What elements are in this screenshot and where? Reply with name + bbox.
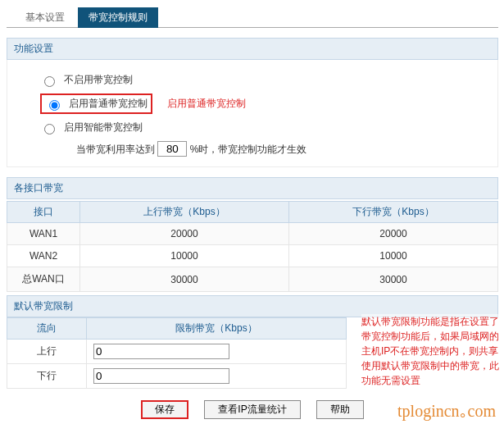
table-row: 上行 (7, 340, 347, 364)
radio-disable[interactable] (44, 76, 55, 87)
col-direction: 流向 (7, 318, 87, 340)
label-enable-normal: 启用普通带宽控制 (69, 98, 148, 109)
ports-table: 接口 上行带宽（Kbps） 下行带宽（Kbps） WAN1 20000 2000… (7, 201, 498, 292)
table-row: 总WAN口 30000 30000 (7, 267, 498, 292)
threshold-input[interactable] (157, 141, 187, 157)
col-down: 下行带宽（Kbps） (289, 202, 498, 223)
limit-up-input[interactable] (93, 344, 229, 359)
col-up: 上行带宽（Kbps） (80, 202, 289, 223)
label-disable: 不启用带宽控制 (64, 74, 133, 85)
section-title-func: 功能设置 (7, 38, 498, 60)
col-limit: 限制带宽（Kbps） (87, 318, 347, 340)
threshold-prefix: 当带宽利用率达到 (76, 144, 155, 155)
view-ip-stats-button[interactable]: 查看IP流量统计 (204, 400, 300, 419)
table-row: WAN2 10000 10000 (7, 245, 498, 267)
col-if: 接口 (7, 202, 80, 223)
table-row: 下行 (7, 364, 347, 389)
label-enable-smart: 启用智能带宽控制 (64, 121, 143, 133)
radio-enable-smart[interactable] (44, 124, 55, 134)
default-limit-note: 默认带宽限制功能是指在设置了带宽控制功能后，如果局域网的主机IP不在带宽控制内，… (361, 314, 501, 388)
note-enable-normal: 启用普通带宽控制 (167, 98, 246, 109)
tab-bandwidth-rules[interactable]: 带宽控制规则 (78, 7, 158, 28)
section-title-ports: 各接口带宽 (7, 177, 498, 199)
limit-down-input[interactable] (93, 368, 229, 384)
default-limit-table: 流向 限制带宽（Kbps） 上行 下行 (7, 317, 347, 389)
watermark: tplogincn｡com (397, 402, 496, 421)
radio-enable-normal[interactable] (49, 100, 60, 111)
tab-basic[interactable]: 基本设置 (15, 7, 75, 28)
threshold-suffix: %时，带宽控制功能才生效 (190, 144, 307, 155)
save-button[interactable]: 保存 (141, 400, 188, 419)
help-button[interactable]: 帮助 (316, 400, 364, 419)
table-row: WAN1 20000 20000 (7, 223, 498, 245)
